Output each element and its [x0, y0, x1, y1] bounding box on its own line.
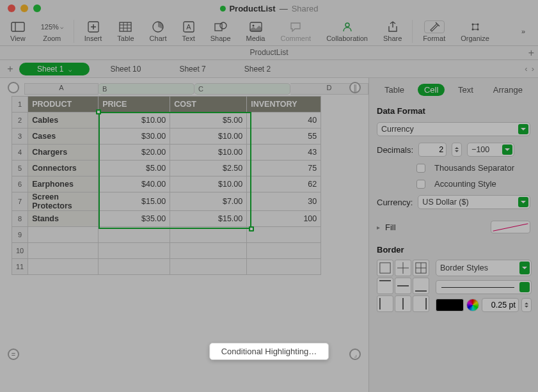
accounting-checkbox[interactable]	[416, 180, 425, 189]
color-wheel-icon[interactable]	[466, 299, 479, 311]
table-handle-top[interactable]	[8, 82, 19, 93]
toolbar-separator	[74, 20, 74, 43]
dropdown-icon	[502, 145, 512, 155]
toolbar: View 125%⌵ Zoom Insert Table Chart A Tex…	[0, 17, 538, 46]
close-window-button[interactable]	[8, 4, 15, 12]
border-top[interactable]	[377, 278, 393, 294]
fill-label: Fill	[385, 223, 396, 232]
chevron-double-icon: »	[521, 25, 525, 38]
table-row: 9	[12, 227, 321, 243]
svg-rect-0	[12, 22, 24, 31]
currency-label: Currency:	[377, 198, 413, 207]
fill-swatch[interactable]	[491, 221, 530, 233]
thousands-checkbox[interactable]	[416, 164, 425, 173]
border-width-field[interactable]	[482, 298, 519, 312]
minimize-window-button[interactable]	[20, 4, 28, 12]
svg-text:A: A	[186, 23, 191, 31]
more-button[interactable]: »	[514, 25, 533, 38]
border-inside[interactable]	[395, 260, 411, 276]
col-header-b[interactable]: B	[99, 83, 194, 95]
media-button[interactable]: Media	[239, 20, 273, 42]
table-button[interactable]: Table	[109, 20, 141, 42]
inspector-tab-arrange[interactable]: Arrange	[487, 84, 529, 96]
sheet-nav-next[interactable]: ›	[532, 64, 534, 74]
sheet-tab-2[interactable]: Sheet 2	[226, 63, 289, 75]
table-row: 4Chargers$20.00$10.0043	[12, 145, 321, 161]
col-header-a[interactable]: A	[24, 83, 99, 95]
svg-rect-5	[120, 22, 131, 31]
svg-point-17	[345, 23, 349, 27]
insert-button[interactable]: Insert	[77, 20, 110, 42]
disclosure-icon[interactable]: ▸	[377, 224, 380, 231]
conditional-highlighting-button[interactable]: Conditional Highlighting…	[209, 343, 329, 360]
sheet-tab-7[interactable]: Sheet 7	[161, 63, 223, 75]
border-styles-select[interactable]: Border Styles	[436, 260, 532, 276]
inspector-panel: Table Cell Text Arrange Data Format Curr…	[368, 78, 538, 392]
sheet-tab-10[interactable]: Sheet 10	[92, 63, 159, 75]
document-name-bar: ProductList +	[0, 46, 538, 60]
table-handle-right[interactable]: ‖	[349, 82, 361, 93]
border-label: Border	[377, 245, 530, 255]
border-all[interactable]	[413, 260, 429, 276]
negative-format-select[interactable]: −100	[467, 143, 514, 157]
border-outline[interactable]	[377, 260, 393, 276]
inspector-tabs: Table Cell Text Arrange	[377, 78, 530, 98]
svg-rect-26	[380, 263, 390, 273]
border-vertical[interactable]	[395, 295, 411, 312]
border-color-swatch[interactable]	[436, 299, 464, 311]
border-bottom[interactable]	[413, 278, 429, 294]
inspector-tab-cell[interactable]: Cell	[418, 84, 445, 96]
share-button[interactable]: Share	[376, 20, 409, 42]
currency-select[interactable]: US Dollar ($)	[418, 195, 530, 209]
table-handle-corner[interactable]: ⌟	[349, 349, 361, 360]
selection-handle-top[interactable]	[96, 109, 101, 114]
window-controls	[8, 4, 41, 12]
table-header-row: 1 PRODUCT PRICE COST INVENTORY	[12, 97, 321, 113]
decimals-stepper[interactable]	[452, 143, 462, 157]
shape-button[interactable]: Shape	[203, 20, 239, 42]
sheet-nav-prev[interactable]: ‹	[525, 64, 527, 74]
organize-button[interactable]: Organize	[453, 20, 497, 42]
maximize-window-button[interactable]	[33, 4, 41, 12]
add-sheet-button[interactable]: +	[4, 63, 17, 75]
svg-point-14	[220, 22, 226, 29]
border-left[interactable]	[377, 295, 393, 312]
decimals-field[interactable]	[418, 143, 447, 157]
comment-button[interactable]: Comment	[273, 20, 319, 42]
collab-status-icon	[219, 6, 225, 12]
format-button[interactable]: Format	[415, 20, 453, 42]
thousands-label: Thousands Separator	[434, 163, 514, 173]
table-row: 8Stands$35.00$15.00100	[12, 211, 321, 227]
add-table-button[interactable]: +	[528, 47, 534, 59]
border-horizontal[interactable]	[395, 278, 411, 294]
view-button[interactable]: View	[3, 20, 33, 42]
title-separator: —	[280, 4, 288, 13]
table-row: 10	[12, 243, 321, 259]
zoom-button[interactable]: 125%⌵ Zoom	[33, 20, 71, 42]
col-header-c[interactable]: C	[194, 83, 290, 95]
chevron-down-icon: ⌵	[68, 67, 72, 73]
row-header[interactable]: 1	[12, 97, 28, 113]
border-right[interactable]	[413, 295, 429, 312]
text-button[interactable]: A Text	[175, 20, 203, 42]
inspector-tab-table[interactable]: Table	[378, 84, 411, 96]
selection-handle-bottom[interactable]	[249, 226, 254, 231]
table-row: 7Screen Protectors$15.00$7.0030	[12, 192, 321, 211]
titlebar: ProductList — Shared	[0, 0, 538, 17]
table-row: 2Cables$10.00$5.0040	[12, 113, 321, 129]
chart-button[interactable]: Chart	[142, 20, 175, 42]
collaboration-button[interactable]: Collaboration	[319, 20, 376, 42]
dropdown-icon	[518, 124, 528, 134]
sheet-tabs-bar: + Sheet 1⌵ Sheet 10 Sheet 7 Sheet 2 ‹ ›	[0, 60, 538, 78]
inspector-tab-text[interactable]: Text	[452, 84, 480, 96]
border-line-style[interactable]	[436, 280, 532, 294]
data-format-select[interactable]: Currency	[377, 122, 530, 136]
sheet-tab-1[interactable]: Sheet 1⌵	[19, 63, 90, 75]
border-width-stepper[interactable]	[521, 298, 532, 312]
document-name: ProductList	[229, 4, 275, 13]
shared-label: Shared	[292, 4, 319, 13]
toolbar-separator	[412, 20, 413, 43]
svg-point-16	[252, 24, 254, 26]
column-headers: A B C D	[24, 83, 368, 95]
table-handle-equals[interactable]: =	[8, 349, 19, 360]
